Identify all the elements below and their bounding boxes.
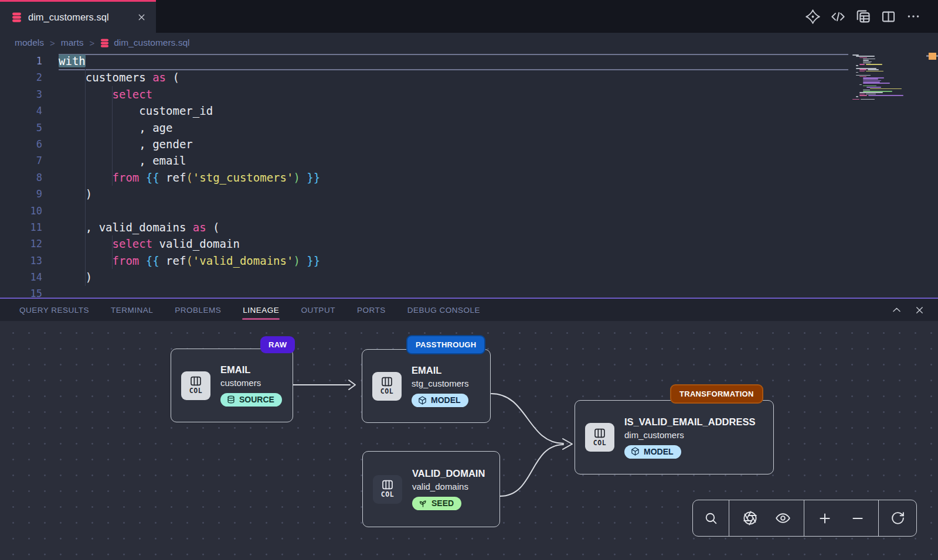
columns-icon	[382, 480, 393, 490]
code-line-7[interactable]: , email	[59, 152, 848, 169]
close-panel-icon[interactable]	[914, 305, 925, 316]
code-line-2[interactable]: customers as (	[59, 69, 848, 86]
column-tile: COL	[373, 475, 402, 504]
breadcrumb-item-models[interactable]: models	[15, 37, 44, 48]
minimap-line	[859, 94, 865, 95]
cube-icon	[418, 396, 427, 405]
breadcrumb-item-file[interactable]: dim_customers.sql	[100, 37, 189, 48]
eye-icon[interactable]	[771, 507, 794, 530]
node-type-pill-seed: SEED	[412, 497, 461, 510]
aperture-icon[interactable]	[739, 507, 762, 530]
code-line-10[interactable]	[59, 203, 848, 219]
code-line-12[interactable]: select valid_domain	[59, 235, 848, 252]
code-line-9[interactable]: )	[59, 186, 848, 202]
minimap-line	[866, 71, 883, 72]
minimap-line	[856, 75, 871, 76]
node-column-name: EMAIL	[220, 364, 282, 375]
line-number: 14	[0, 269, 42, 285]
close-tab-icon[interactable]	[137, 12, 147, 22]
panel-tab-lineage[interactable]: LINEAGE	[243, 299, 279, 321]
code-line-11[interactable]: , valid_domains as (	[59, 219, 848, 235]
line-number-gutter: 123456789101112131415	[0, 53, 42, 298]
minimap-line	[863, 91, 892, 92]
line-number: 12	[0, 235, 42, 252]
overview-ruler-selection-marker	[929, 53, 936, 60]
panel-tab-query-results[interactable]: QUERY RESULTS	[19, 299, 89, 321]
node-type-pill-source: SOURCE	[220, 393, 282, 407]
line-number: 1	[0, 53, 42, 69]
open-as-code-icon[interactable]	[830, 8, 846, 25]
collapse-panel-icon[interactable]	[891, 305, 902, 316]
minimap-line	[861, 99, 875, 100]
code-line-13[interactable]: from {{ ref('valid_domains') }}	[59, 252, 848, 269]
line-number: 13	[0, 252, 42, 269]
code-line-14[interactable]: )	[59, 269, 848, 285]
panel-tab-debug-console[interactable]: DEBUG CONSOLE	[407, 299, 480, 321]
edge-arrowhead	[563, 439, 572, 449]
copy-table-icon[interactable]	[855, 8, 871, 25]
column-tile: COL	[181, 371, 210, 400]
line-number: 2	[0, 69, 42, 86]
code-line-8[interactable]: from {{ ref('stg_customers') }}	[59, 169, 848, 186]
badge-transformation: TRANSFORMATION	[670, 384, 763, 404]
breadcrumb-item-marts[interactable]: marts	[61, 37, 84, 48]
panel-tab-ports[interactable]: PORTS	[357, 299, 386, 321]
panel-tab-problems[interactable]: PROBLEMS	[175, 299, 221, 321]
breadcrumb-file-label: dim_customers.sql	[114, 37, 189, 48]
badge-passthrough: PASSTHROUGH	[406, 335, 485, 354]
overview-ruler[interactable]	[926, 53, 938, 298]
node-type-pill-model: MODEL	[412, 394, 468, 407]
lineage-node-customers[interactable]: COL EMAIL customers SOURCE	[171, 349, 293, 422]
split-editor-icon[interactable]	[880, 8, 896, 25]
node-column-name: IS_VALID_EMAIL_ADDRESS	[624, 416, 755, 428]
col-label: COL	[381, 490, 394, 498]
edge-valid-domains-to-dim	[500, 445, 563, 496]
code-editor[interactable]: 123456789101112131415 with customers as …	[0, 53, 938, 298]
tab-dim-customers-sql[interactable]: dim_customers.sql	[0, 0, 156, 33]
minimap-line	[863, 63, 871, 64]
lineage-node-stg-customers[interactable]: COL EMAIL stg_customers MODEL	[362, 349, 491, 423]
more-actions-icon[interactable]	[905, 8, 922, 25]
minimap-line	[859, 57, 867, 59]
breadcrumb-separator: >	[50, 38, 55, 48]
code-line-4[interactable]: customer_id	[59, 103, 848, 119]
panel-actions	[891, 305, 938, 316]
zoom-out-icon[interactable]	[846, 507, 869, 530]
code-line-1[interactable]: with	[59, 53, 848, 69]
line-number: 9	[0, 186, 42, 202]
node-type-label: MODEL	[431, 395, 461, 405]
minimap-line	[866, 94, 876, 95]
minimap-line	[863, 60, 869, 61]
line-number: 4	[0, 103, 42, 119]
minimap-line	[863, 81, 880, 83]
dbt-extension-icon[interactable]	[804, 8, 821, 25]
panel-tab-output[interactable]: OUTPUT	[301, 299, 335, 321]
minimap-line	[859, 84, 862, 86]
code-lines[interactable]: with customers as ( select customer_id ,…	[59, 53, 848, 298]
minimap-line	[859, 95, 867, 96]
column-tile: COL	[372, 372, 402, 401]
minimap-line	[868, 69, 879, 70]
code-line-6[interactable]: , gender	[59, 136, 848, 152]
line-number: 3	[0, 86, 42, 103]
code-line-5[interactable]: , age	[59, 119, 848, 136]
col-label: COL	[593, 439, 606, 447]
minimap[interactable]	[849, 53, 925, 298]
zoom-in-icon[interactable]	[813, 507, 837, 530]
minimap-line	[863, 83, 890, 84]
code-line-3[interactable]: select	[59, 86, 848, 103]
lineage-canvas[interactable]: RAW PASSTHROUGH TRANSFORMATION COL EMAIL…	[0, 321, 938, 560]
panel-tab-terminal[interactable]: TERMINAL	[111, 299, 153, 321]
refresh-icon[interactable]	[886, 507, 909, 530]
search-icon[interactable]	[699, 507, 723, 530]
minimap-line	[856, 65, 858, 66]
minimap-line	[866, 87, 881, 88]
minimap-line	[859, 92, 883, 93]
minimap-line	[859, 64, 865, 65]
lineage-toolbar	[692, 500, 917, 537]
panel-tabs: QUERY RESULTSTERMINALPROBLEMSLINEAGEOUTP…	[19, 299, 502, 321]
lineage-node-valid-domains[interactable]: COL VALID_DOMAIN valid_domains SEED	[362, 451, 500, 527]
code-line-15[interactable]	[59, 285, 848, 298]
lineage-node-dim-customers[interactable]: COL IS_VALID_EMAIL_ADDRESS dim_customers…	[575, 400, 774, 474]
minimap-line	[852, 99, 859, 100]
